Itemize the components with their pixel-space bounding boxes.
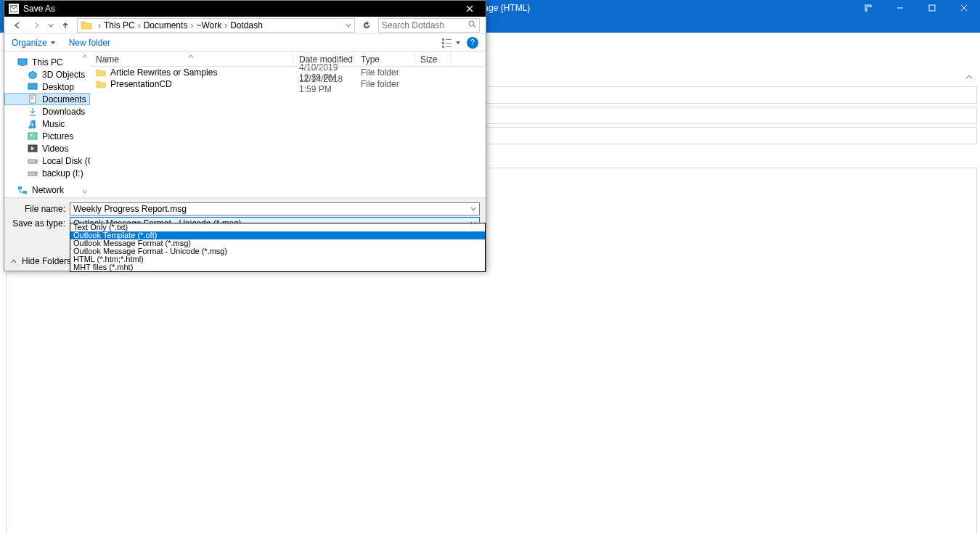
svg-rect-18 xyxy=(20,65,25,66)
search-icon xyxy=(468,20,476,30)
svg-point-28 xyxy=(35,160,36,162)
folder-icon xyxy=(80,19,93,32)
music-icon xyxy=(28,119,38,129)
filename-input[interactable]: Weekly Progress Report.msg xyxy=(70,202,480,215)
chevron-down-icon[interactable] xyxy=(346,20,351,30)
scroll-up-icon[interactable] xyxy=(81,52,89,62)
videos-icon xyxy=(28,144,38,154)
nav-downloads[interactable]: Downloads xyxy=(4,105,90,118)
nav-this-pc[interactable]: This PC xyxy=(4,56,90,68)
svg-rect-13 xyxy=(442,46,444,48)
breadcrumb-segment[interactable]: ~Work xyxy=(196,20,221,30)
nav-videos[interactable]: Videos xyxy=(4,142,90,155)
column-headers: Name Date modified Type Size xyxy=(90,52,486,67)
column-size[interactable]: Size xyxy=(415,52,451,66)
nav-up-button[interactable] xyxy=(58,18,73,33)
file-row[interactable]: PresentationCD 12/14/2018 1:59 PM File f… xyxy=(90,78,486,90)
breadcrumb-segment[interactable]: This PC xyxy=(104,20,135,30)
file-date: 12/14/2018 1:59 PM xyxy=(293,74,355,94)
nav-history-dropdown[interactable] xyxy=(48,20,54,30)
documents-icon xyxy=(28,94,38,104)
save-as-dialog: Save As › This PC › Documents › ~Work › … xyxy=(4,0,486,271)
scroll-down-icon[interactable] xyxy=(81,187,89,197)
column-date[interactable]: Date modified xyxy=(293,52,355,66)
svg-line-10 xyxy=(473,25,475,28)
svg-rect-19 xyxy=(28,83,37,89)
chevron-right-icon: › xyxy=(190,20,193,30)
chevron-up-icon xyxy=(10,258,17,265)
ribbon-collapse-icon[interactable] xyxy=(965,73,973,83)
filetype-option[interactable]: MHT files (*.mht) xyxy=(70,263,485,271)
desktop-icon xyxy=(28,82,38,92)
navigation-pane: This PC 3D Objects Desktop Documents Dow… xyxy=(4,52,90,197)
chevron-down-icon[interactable] xyxy=(470,204,476,214)
saveas-titlebar: Save As xyxy=(4,1,486,17)
cube-icon xyxy=(28,70,38,80)
file-name: Article Rewrites or Samples xyxy=(110,67,217,78)
new-folder-button[interactable]: New folder xyxy=(69,38,110,48)
svg-point-25 xyxy=(30,134,33,136)
file-list: Name Date modified Type Size Article Rew… xyxy=(90,52,486,197)
saveas-close-button[interactable] xyxy=(454,1,486,17)
svg-rect-3 xyxy=(929,5,935,11)
nav-forward-button[interactable] xyxy=(29,18,44,33)
breadcrumb-segment[interactable]: Dotdash xyxy=(230,20,263,30)
chevron-right-icon: › xyxy=(138,20,141,30)
chevron-right-icon: › xyxy=(224,20,227,30)
sort-indicator-icon xyxy=(188,51,194,61)
svg-point-30 xyxy=(35,173,36,174)
svg-rect-11 xyxy=(442,38,444,41)
svg-rect-1 xyxy=(867,7,872,12)
nav-music[interactable]: Music xyxy=(4,118,90,130)
svg-rect-32 xyxy=(23,191,27,194)
search-input[interactable]: Search Dotdash xyxy=(378,18,480,33)
nav-desktop[interactable]: Desktop xyxy=(4,81,90,93)
svg-rect-31 xyxy=(18,186,22,189)
nav-network[interactable]: Network xyxy=(4,184,90,196)
maximize-button[interactable] xyxy=(916,0,948,16)
file-type: File folder xyxy=(355,79,415,89)
minimize-button[interactable] xyxy=(884,0,916,16)
svg-point-9 xyxy=(469,21,474,26)
column-type[interactable]: Type xyxy=(355,52,415,66)
pictures-icon xyxy=(28,131,38,141)
saveastype-label: Save as type: xyxy=(10,218,70,229)
nav-documents[interactable]: Documents xyxy=(4,93,90,105)
envelope-icon xyxy=(9,4,19,14)
view-options-button[interactable] xyxy=(442,38,461,48)
help-button[interactable]: ? xyxy=(467,37,478,49)
file-type: File folder xyxy=(355,67,415,78)
organize-menu[interactable]: Organize xyxy=(12,38,56,48)
popup-icon[interactable] xyxy=(852,0,884,16)
explorer-toolbar: Organize New folder ? xyxy=(4,34,486,52)
chevron-right-icon: › xyxy=(98,20,101,30)
file-name: PresentationCD xyxy=(110,79,172,89)
svg-rect-12 xyxy=(442,42,444,44)
saveastype-dropdown: Text Only (*.txt) Outlook Template (*.of… xyxy=(70,223,486,272)
drive-icon xyxy=(28,168,38,178)
nav-local-disk[interactable]: Local Disk (C:) xyxy=(4,155,90,167)
drive-icon xyxy=(28,156,38,166)
breadcrumb-segment[interactable]: Documents xyxy=(144,20,188,30)
svg-rect-24 xyxy=(28,133,37,139)
outlook-close-button[interactable] xyxy=(948,0,980,16)
search-placeholder: Search Dotdash xyxy=(382,20,444,30)
nav-pictures[interactable]: Pictures xyxy=(4,130,90,142)
refresh-button[interactable] xyxy=(359,18,374,33)
download-icon xyxy=(28,107,38,117)
network-icon xyxy=(17,185,28,195)
nav-3d-objects[interactable]: 3D Objects xyxy=(4,68,90,81)
filename-label: File name: xyxy=(10,204,70,214)
breadcrumb[interactable]: › This PC › Documents › ~Work › Dotdash xyxy=(77,18,355,33)
saveas-title: Save As xyxy=(23,4,55,14)
pc-icon xyxy=(17,57,28,67)
address-bar: › This PC › Documents › ~Work › Dotdash … xyxy=(4,17,486,34)
nav-backup[interactable]: backup (I:) xyxy=(4,167,90,179)
nav-back-button[interactable] xyxy=(10,18,25,33)
file-row[interactable]: Article Rewrites or Samples 4/10/2019 12… xyxy=(90,67,486,78)
svg-rect-17 xyxy=(18,59,27,65)
